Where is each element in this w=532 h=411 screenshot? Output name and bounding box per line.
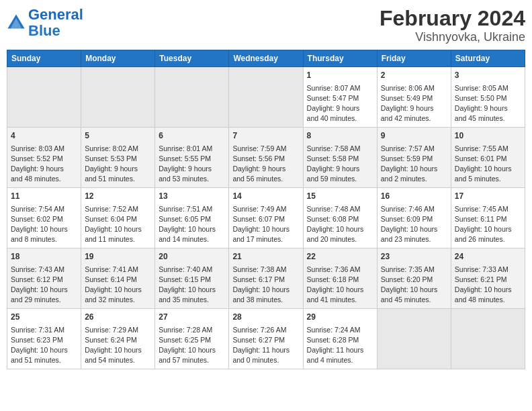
title-block: February 2024 Vishnyovka, Ukraine xyxy=(380,7,525,44)
day-info: Sunrise: 7:35 AM Sunset: 6:20 PM Dayligh… xyxy=(381,265,447,306)
calendar-cell: 8Sunrise: 7:58 AM Sunset: 5:58 PM Daylig… xyxy=(303,128,377,188)
calendar-cell: 16Sunrise: 7:46 AM Sunset: 6:09 PM Dayli… xyxy=(377,188,451,248)
day-info: Sunrise: 7:46 AM Sunset: 6:09 PM Dayligh… xyxy=(381,204,447,245)
week-row-4: 18Sunrise: 7:43 AM Sunset: 6:12 PM Dayli… xyxy=(7,248,525,309)
day-number: 23 xyxy=(381,251,447,263)
weekday-header-saturday: Saturday xyxy=(451,50,525,67)
calendar-cell: 9Sunrise: 7:57 AM Sunset: 5:59 PM Daylig… xyxy=(377,128,451,188)
calendar-cell: 17Sunrise: 7:45 AM Sunset: 6:11 PM Dayli… xyxy=(451,188,525,248)
calendar-cell xyxy=(451,309,525,369)
day-number: 5 xyxy=(85,130,151,142)
week-row-5: 25Sunrise: 7:31 AM Sunset: 6:23 PM Dayli… xyxy=(7,309,525,369)
day-info: Sunrise: 8:01 AM Sunset: 5:55 PM Dayligh… xyxy=(159,144,225,185)
calendar-cell: 23Sunrise: 7:35 AM Sunset: 6:20 PM Dayli… xyxy=(377,248,451,309)
day-info: Sunrise: 8:06 AM Sunset: 5:49 PM Dayligh… xyxy=(381,83,447,124)
calendar-cell: 13Sunrise: 7:51 AM Sunset: 6:05 PM Dayli… xyxy=(155,188,229,248)
weekday-header-sunday: Sunday xyxy=(7,50,81,67)
day-info: Sunrise: 7:58 AM Sunset: 5:58 PM Dayligh… xyxy=(307,144,373,185)
calendar-cell: 15Sunrise: 7:48 AM Sunset: 6:08 PM Dayli… xyxy=(303,188,377,248)
logo-blue: Blue xyxy=(28,22,60,39)
day-number: 8 xyxy=(307,130,373,142)
day-info: Sunrise: 7:31 AM Sunset: 6:23 PM Dayligh… xyxy=(11,325,77,366)
calendar-cell xyxy=(229,67,303,128)
day-number: 15 xyxy=(307,191,373,202)
logo-icon xyxy=(7,13,26,32)
weekday-header-tuesday: Tuesday xyxy=(155,50,229,67)
day-number: 3 xyxy=(455,70,521,81)
logo: General Blue xyxy=(7,7,83,39)
day-number: 2 xyxy=(381,70,447,81)
calendar-cell: 1Sunrise: 8:07 AM Sunset: 5:47 PM Daylig… xyxy=(303,67,377,128)
calendar-cell: 4Sunrise: 8:03 AM Sunset: 5:52 PM Daylig… xyxy=(7,128,81,188)
day-info: Sunrise: 7:57 AM Sunset: 5:59 PM Dayligh… xyxy=(381,144,447,185)
calendar-cell xyxy=(377,309,451,369)
calendar-cell: 3Sunrise: 8:05 AM Sunset: 5:50 PM Daylig… xyxy=(451,67,525,128)
calendar-cell: 14Sunrise: 7:49 AM Sunset: 6:07 PM Dayli… xyxy=(229,188,303,248)
calendar-cell: 11Sunrise: 7:54 AM Sunset: 6:02 PM Dayli… xyxy=(7,188,81,248)
day-number: 13 xyxy=(159,191,225,202)
calendar-cell: 28Sunrise: 7:26 AM Sunset: 6:27 PM Dayli… xyxy=(229,309,303,369)
day-info: Sunrise: 7:36 AM Sunset: 6:18 PM Dayligh… xyxy=(307,265,373,306)
day-info: Sunrise: 7:28 AM Sunset: 6:25 PM Dayligh… xyxy=(159,325,225,366)
day-number: 25 xyxy=(11,312,77,323)
week-row-1: 1Sunrise: 8:07 AM Sunset: 5:47 PM Daylig… xyxy=(7,67,525,128)
day-number: 4 xyxy=(11,130,77,142)
day-number: 7 xyxy=(232,130,299,142)
calendar-cell: 22Sunrise: 7:36 AM Sunset: 6:18 PM Dayli… xyxy=(303,248,377,309)
weekday-header-wednesday: Wednesday xyxy=(229,50,303,67)
day-number: 20 xyxy=(159,251,225,263)
day-number: 21 xyxy=(232,251,299,263)
day-info: Sunrise: 7:49 AM Sunset: 6:07 PM Dayligh… xyxy=(232,204,299,245)
day-number: 28 xyxy=(232,312,299,323)
calendar-cell: 2Sunrise: 8:06 AM Sunset: 5:49 PM Daylig… xyxy=(377,67,451,128)
day-number: 26 xyxy=(85,312,151,323)
day-info: Sunrise: 7:59 AM Sunset: 5:56 PM Dayligh… xyxy=(232,144,299,185)
day-info: Sunrise: 7:48 AM Sunset: 6:08 PM Dayligh… xyxy=(307,204,373,245)
day-info: Sunrise: 7:38 AM Sunset: 6:17 PM Dayligh… xyxy=(232,265,299,306)
day-info: Sunrise: 7:33 AM Sunset: 6:21 PM Dayligh… xyxy=(455,265,521,306)
logo-text: General Blue xyxy=(28,7,83,39)
day-info: Sunrise: 7:41 AM Sunset: 6:14 PM Dayligh… xyxy=(85,265,151,306)
calendar-cell: 19Sunrise: 7:41 AM Sunset: 6:14 PM Dayli… xyxy=(81,248,155,309)
day-info: Sunrise: 8:05 AM Sunset: 5:50 PM Dayligh… xyxy=(455,83,521,124)
calendar-subtitle: Vishnyovka, Ukraine xyxy=(380,30,525,44)
calendar-table: SundayMondayTuesdayWednesdayThursdayFrid… xyxy=(7,50,525,369)
day-info: Sunrise: 8:03 AM Sunset: 5:52 PM Dayligh… xyxy=(11,144,77,185)
weekday-header-friday: Friday xyxy=(377,50,451,67)
calendar-cell: 26Sunrise: 7:29 AM Sunset: 6:24 PM Dayli… xyxy=(81,309,155,369)
day-number: 17 xyxy=(455,191,521,202)
day-info: Sunrise: 7:43 AM Sunset: 6:12 PM Dayligh… xyxy=(11,265,77,306)
day-info: Sunrise: 7:51 AM Sunset: 6:05 PM Dayligh… xyxy=(159,204,225,245)
calendar-cell: 24Sunrise: 7:33 AM Sunset: 6:21 PM Dayli… xyxy=(451,248,525,309)
day-number: 16 xyxy=(381,191,447,202)
day-number: 18 xyxy=(11,251,77,263)
day-info: Sunrise: 7:45 AM Sunset: 6:11 PM Dayligh… xyxy=(455,204,521,245)
day-info: Sunrise: 8:02 AM Sunset: 5:53 PM Dayligh… xyxy=(85,144,151,185)
calendar-cell: 6Sunrise: 8:01 AM Sunset: 5:55 PM Daylig… xyxy=(155,128,229,188)
day-number: 6 xyxy=(159,130,225,142)
week-row-3: 11Sunrise: 7:54 AM Sunset: 6:02 PM Dayli… xyxy=(7,188,525,248)
day-number: 29 xyxy=(307,312,373,323)
day-number: 27 xyxy=(159,312,225,323)
calendar-cell: 20Sunrise: 7:40 AM Sunset: 6:15 PM Dayli… xyxy=(155,248,229,309)
page-header: General Blue February 2024 Vishnyovka, U… xyxy=(7,7,525,44)
day-info: Sunrise: 7:40 AM Sunset: 6:15 PM Dayligh… xyxy=(159,265,225,306)
calendar-cell: 5Sunrise: 8:02 AM Sunset: 5:53 PM Daylig… xyxy=(81,128,155,188)
day-number: 14 xyxy=(232,191,299,202)
day-number: 9 xyxy=(381,130,447,142)
day-info: Sunrise: 8:07 AM Sunset: 5:47 PM Dayligh… xyxy=(307,83,373,124)
weekday-header-monday: Monday xyxy=(81,50,155,67)
calendar-cell: 25Sunrise: 7:31 AM Sunset: 6:23 PM Dayli… xyxy=(7,309,81,369)
calendar-cell: 7Sunrise: 7:59 AM Sunset: 5:56 PM Daylig… xyxy=(229,128,303,188)
week-row-2: 4Sunrise: 8:03 AM Sunset: 5:52 PM Daylig… xyxy=(7,128,525,188)
day-number: 12 xyxy=(85,191,151,202)
calendar-cell xyxy=(7,67,81,128)
day-info: Sunrise: 7:26 AM Sunset: 6:27 PM Dayligh… xyxy=(232,325,299,366)
calendar-title: February 2024 xyxy=(380,7,525,30)
day-number: 19 xyxy=(85,251,151,263)
day-info: Sunrise: 7:24 AM Sunset: 6:28 PM Dayligh… xyxy=(307,325,373,366)
weekday-header-row: SundayMondayTuesdayWednesdayThursdayFrid… xyxy=(7,50,525,67)
calendar-cell: 10Sunrise: 7:55 AM Sunset: 6:01 PM Dayli… xyxy=(451,128,525,188)
day-number: 11 xyxy=(11,191,77,202)
weekday-header-thursday: Thursday xyxy=(303,50,377,67)
